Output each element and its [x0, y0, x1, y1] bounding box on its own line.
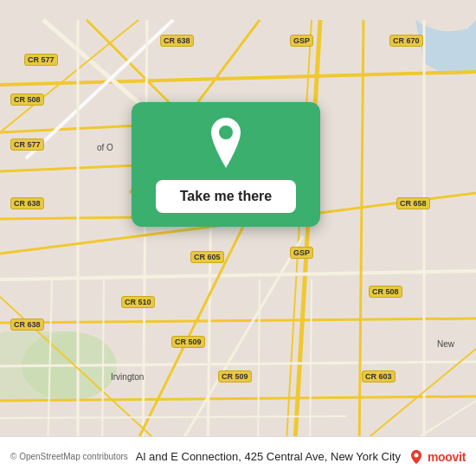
moovit-brand-label: moovit: [428, 450, 466, 464]
location-address: Al and E Connection, 425 Central Ave, Ne…: [128, 450, 408, 463]
map-attribution: © OpenStreetMap contributors: [10, 452, 128, 461]
location-card: Take me there: [132, 102, 320, 227]
road-label-cr638-2: CR 638: [10, 197, 44, 209]
road-label-cr577-1: CR 577: [24, 54, 58, 66]
place-label-orange: of O: [97, 143, 113, 152]
road-label-cr508-2: CR 508: [369, 286, 402, 298]
road-label-cr670: CR 670: [389, 35, 423, 47]
svg-line-6: [0, 217, 138, 219]
road-label-cr605: CR 605: [190, 251, 224, 263]
bottom-bar: © OpenStreetMap contributors Al and E Co…: [0, 436, 476, 476]
road-label-cr510: CR 510: [121, 296, 155, 308]
road-label-cr577-2: CR 577: [10, 138, 44, 151]
road-label-cr603: CR 603: [362, 370, 396, 383]
svg-point-34: [219, 125, 233, 139]
road-label-cr509-2: CR 509: [218, 370, 252, 383]
road-label-cr638-3: CR 638: [10, 318, 44, 331]
take-me-there-button[interactable]: Take me there: [156, 180, 296, 213]
road-label-gsp-2: GSP: [290, 247, 313, 259]
map-pin-icon: [205, 118, 247, 168]
map-svg: [0, 0, 476, 476]
place-label-new: New: [437, 339, 454, 349]
map-container: CR 577 CR 638 GSP CR 670 CR 508 CR 577 C…: [0, 0, 476, 476]
road-label-cr508-1: CR 508: [10, 93, 44, 106]
moovit-pin-icon: [408, 449, 424, 465]
road-label-cr638-1: CR 638: [160, 35, 194, 47]
road-label-gsp-1: GSP: [290, 35, 313, 47]
svg-point-35: [414, 453, 418, 457]
road-label-cr509-1: CR 509: [171, 336, 205, 348]
moovit-logo: moovit: [408, 449, 466, 465]
place-label-irvington: Irvington: [111, 372, 144, 382]
road-label-cr658: CR 658: [396, 197, 430, 209]
